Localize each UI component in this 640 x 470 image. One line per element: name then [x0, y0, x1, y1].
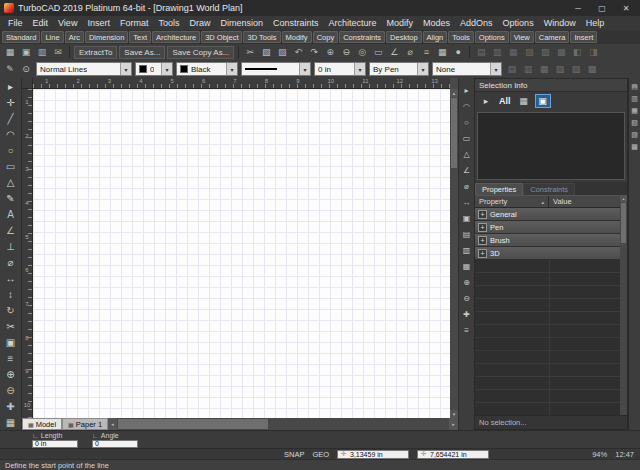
- value-column-header[interactable]: Value: [549, 196, 620, 207]
- toolbar-tab[interactable]: View: [510, 31, 534, 43]
- property-group-row[interactable]: + General: [475, 208, 620, 221]
- toolbar-tab[interactable]: Camera: [535, 31, 570, 43]
- geo-toggle[interactable]: GEO: [312, 450, 329, 459]
- toolbar-icon[interactable]: ↷: [307, 46, 321, 59]
- drawing-tool-icon[interactable]: ✎: [1, 190, 21, 206]
- drawing-tool-icon[interactable]: ◠: [1, 126, 21, 142]
- extract-to-button[interactable]: ExtractTo: [74, 46, 117, 59]
- window-icon[interactable]: ▦: [516, 94, 532, 108]
- scrollbar-thumb[interactable]: [621, 203, 626, 243]
- menu-item[interactable]: Format: [115, 18, 154, 28]
- tab-properties[interactable]: Properties: [475, 183, 523, 195]
- snap-tool-icon[interactable]: ▥: [463, 246, 471, 258]
- snap-tool-icon[interactable]: ▭: [463, 134, 471, 146]
- by-pen-combo[interactable]: By Pen ▾: [369, 62, 429, 76]
- toolbar-tab[interactable]: Text: [129, 31, 151, 43]
- drawing-canvas[interactable]: [33, 89, 450, 418]
- snap-tool-icon[interactable]: ▦: [463, 262, 471, 274]
- toolbar-icon[interactable]: ▥: [35, 46, 49, 59]
- vertical-scrollbar[interactable]: ▴ ▾: [450, 89, 458, 418]
- toolbar-icon[interactable]: ▭: [371, 46, 385, 59]
- toolbar-tab[interactable]: Tools: [448, 31, 474, 43]
- snap-tool-icon[interactable]: ⊕: [463, 278, 470, 290]
- tab-paper-1[interactable]: ▦ Paper 1: [62, 418, 108, 430]
- toolbar-icon[interactable]: ⊕: [323, 46, 337, 59]
- expand-icon[interactable]: +: [478, 249, 487, 258]
- toolbar-tab[interactable]: Arc: [65, 31, 84, 43]
- menu-item[interactable]: Tools: [153, 18, 184, 28]
- drawing-tool-icon[interactable]: ≡: [1, 350, 21, 366]
- menu-item[interactable]: AddOns: [455, 18, 498, 28]
- palette-icon[interactable]: ▤: [631, 83, 638, 91]
- menu-item[interactable]: Dimension: [215, 18, 268, 28]
- tab-constraints[interactable]: Constraints: [523, 183, 575, 195]
- select-all-button[interactable]: All: [497, 96, 513, 106]
- menu-item[interactable]: Edit: [28, 18, 54, 28]
- tab-model[interactable]: ▦ Model: [22, 418, 62, 430]
- drawing-tool-icon[interactable]: ▭: [1, 158, 21, 174]
- pointer-icon[interactable]: ▸: [478, 94, 494, 108]
- menu-item[interactable]: View: [53, 18, 82, 28]
- drawing-tool-icon[interactable]: ○: [1, 142, 21, 158]
- minimize-button[interactable]: ─: [566, 1, 590, 15]
- toolbar-tab[interactable]: Insert: [570, 31, 597, 43]
- drawing-tool-icon[interactable]: ↔: [1, 270, 21, 286]
- toolbar-tab[interactable]: Dimension: [85, 31, 128, 43]
- toolbar-icon[interactable]: ⌀: [403, 46, 417, 59]
- line-pattern-combo[interactable]: ▾: [241, 62, 311, 76]
- toolbar-icon[interactable]: ↶: [291, 46, 305, 59]
- expand-icon[interactable]: +: [478, 210, 487, 219]
- palette-icon[interactable]: ▨: [631, 131, 638, 139]
- toolbar-tab[interactable]: Options: [475, 31, 509, 43]
- toolbar-icon[interactable]: ●: [451, 46, 465, 59]
- palette-icon[interactable]: ▧: [631, 119, 638, 127]
- snap-tool-icon[interactable]: ✚: [463, 310, 470, 322]
- toolbar-icon[interactable]: ▣: [19, 46, 33, 59]
- toolbar-icon[interactable]: ▧: [259, 46, 273, 59]
- menu-item[interactable]: Constraints: [268, 18, 324, 28]
- toolbar-tab[interactable]: Desktop: [386, 31, 422, 43]
- drawing-tool-icon[interactable]: ✛: [1, 94, 21, 110]
- snap-tool-icon[interactable]: ▤: [463, 230, 471, 242]
- scrollbar-thumb[interactable]: [451, 98, 457, 168]
- snap-tool-icon[interactable]: ∠: [463, 166, 470, 178]
- property-group-row[interactable]: + 3D: [475, 247, 620, 260]
- toolbar-icon[interactable]: ✉: [51, 46, 65, 59]
- toolbar-tab[interactable]: Modify: [282, 31, 312, 43]
- toolbar-tab[interactable]: Copy: [313, 31, 339, 43]
- toolbar-tab[interactable]: Constraints: [339, 31, 385, 43]
- save-copy-as-button[interactable]: Save Copy As...: [167, 46, 234, 59]
- expand-icon[interactable]: +: [478, 223, 487, 232]
- drawing-tool-icon[interactable]: ⊥: [1, 238, 21, 254]
- drawing-tool-icon[interactable]: ✚: [1, 398, 21, 414]
- palette-icon[interactable]: ▥: [631, 95, 638, 103]
- scroll-left-icon[interactable]: ◂: [108, 418, 117, 430]
- drawing-tool-icon[interactable]: ↕: [1, 286, 21, 302]
- menu-item[interactable]: Modify: [382, 18, 419, 28]
- snap-tool-icon[interactable]: △: [463, 150, 469, 162]
- close-button[interactable]: ✕: [614, 1, 638, 15]
- highlight-icon[interactable]: ▣: [535, 94, 551, 108]
- line-style-combo[interactable]: Normal Lines ▾: [36, 62, 132, 76]
- palette-icon[interactable]: ▩: [631, 143, 638, 151]
- toolbar-icon[interactable]: ▨: [275, 46, 289, 59]
- toolbar-icon[interactable]: ▦: [435, 46, 449, 59]
- drawing-tool-icon[interactable]: ╱: [1, 110, 21, 126]
- toolbar-icon[interactable]: ⊖: [339, 46, 353, 59]
- drawing-tool-icon[interactable]: A: [1, 206, 21, 222]
- snap-tool-icon[interactable]: ⊖: [463, 294, 470, 306]
- drawing-tool-icon[interactable]: ▦: [1, 414, 21, 430]
- scrollbar-track[interactable]: [269, 418, 449, 430]
- toolbar-tab[interactable]: Line: [41, 31, 63, 43]
- menu-item[interactable]: Window: [539, 18, 581, 28]
- y-coordinate-field[interactable]: ✛ 7,654421 in: [417, 450, 489, 459]
- toolbar-tab[interactable]: 3D Object: [201, 31, 242, 43]
- pen-color-combo[interactable]: Black ▾: [176, 62, 238, 76]
- snap-toggle[interactable]: SNAP: [284, 450, 304, 459]
- toolbar-tab[interactable]: Align: [423, 31, 448, 43]
- scrollbar-thumb[interactable]: [118, 419, 268, 429]
- scroll-right-icon[interactable]: ▸: [449, 418, 458, 430]
- line-width-combo[interactable]: 0 in ▾: [314, 62, 366, 76]
- snap-tool-icon[interactable]: ○: [464, 118, 469, 130]
- menu-item[interactable]: Insert: [82, 18, 115, 28]
